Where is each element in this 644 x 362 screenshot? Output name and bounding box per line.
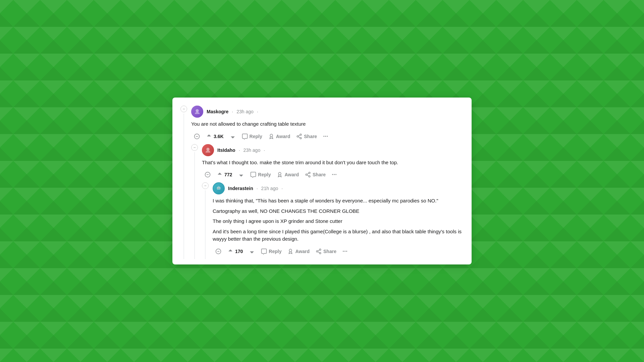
avatar-inderastein-inner	[213, 183, 224, 194]
collapse-icon-1	[194, 133, 200, 139]
svg-point-4	[300, 134, 302, 135]
svg-point-25	[319, 249, 321, 250]
collapse-thread-3[interactable]: −	[202, 182, 209, 259]
timestamp-3: 21h ago	[261, 186, 278, 191]
collapse-btn-1[interactable]: −	[180, 106, 187, 112]
downvote-icon-2	[238, 172, 244, 178]
comment-2-layout: −	[191, 144, 464, 259]
comment-1-header: Maskogre · 23h ago ·	[191, 106, 464, 118]
award-icon-2	[277, 172, 283, 178]
upvote-btn-3[interactable]: 170	[225, 246, 246, 256]
comment-2-actions: 772 Reply Award	[202, 170, 464, 180]
collapse-btn-inline-3[interactable]	[213, 246, 224, 256]
share-btn-1[interactable]: Share	[293, 131, 320, 141]
dot-4: ·	[264, 147, 265, 153]
collapse-btn-inline-2[interactable]	[202, 170, 213, 180]
upvote-btn-2[interactable]: 772	[214, 170, 235, 180]
share-icon-1	[296, 133, 302, 139]
maskogre-icon	[194, 108, 201, 115]
svg-line-7	[299, 137, 300, 138]
vote-count-2: 772	[224, 172, 232, 177]
avatar-maskogre	[191, 106, 203, 118]
dot-2: ·	[257, 109, 258, 114]
comment-top-layout: − Maskogre · 23h ago ·	[180, 106, 464, 259]
comment-3-header: Inderastein · 21h ago ·	[213, 182, 464, 194]
collapse-btn-2[interactable]: −	[191, 144, 198, 151]
comment-3-section: Inderastein · 21h ago · I was thinking t…	[213, 182, 464, 259]
thread-line-3	[205, 190, 206, 259]
svg-point-6	[300, 137, 302, 139]
award-icon-3	[287, 248, 293, 254]
username-maskogre[interactable]: Maskogre	[207, 109, 228, 114]
downvote-icon-1	[230, 133, 236, 139]
inderastein-icon	[215, 185, 222, 192]
svg-line-28	[318, 252, 319, 253]
comment-2-body: That's what I thought too. make the ston…	[202, 159, 464, 167]
downvote-btn-2[interactable]	[235, 170, 247, 180]
comment-3-actions: 170 Reply	[213, 246, 464, 256]
svg-point-5	[297, 136, 299, 137]
share-btn-3[interactable]: Share	[313, 246, 339, 256]
downvote-btn-1[interactable]	[227, 131, 238, 141]
reply-icon-3	[261, 248, 267, 254]
upvote-icon-1	[206, 133, 212, 139]
award-btn-3[interactable]: Award	[285, 246, 312, 256]
svg-point-3	[270, 134, 273, 137]
upvote-icon-3	[227, 248, 233, 254]
svg-line-8	[299, 135, 300, 136]
share-btn-2[interactable]: Share	[302, 170, 328, 180]
svg-point-9	[206, 147, 209, 150]
comment-3-body: I was thinking that, "This has been a st…	[213, 197, 464, 243]
dot-6: ·	[281, 186, 283, 191]
timestamp-1: 23h ago	[236, 109, 254, 114]
svg-line-16	[307, 175, 309, 176]
reply-btn-1[interactable]: Reply	[239, 131, 265, 141]
comment-2-header: ItsIdaho · 23h ago ·	[202, 144, 464, 156]
dot-1: ·	[232, 109, 233, 114]
svg-point-0	[196, 109, 199, 112]
collapse-btn-3[interactable]: −	[202, 182, 209, 189]
more-btn-1[interactable]: ···	[320, 131, 331, 141]
timestamp-2: 23h ago	[244, 147, 261, 153]
vote-count-3: 170	[235, 249, 243, 254]
comment-2-section: ItsIdaho · 23h ago · That's what I thoug…	[202, 144, 464, 259]
share-icon-3	[316, 248, 322, 254]
reply-btn-2[interactable]: Reply	[248, 170, 273, 180]
dot-5: ·	[257, 186, 258, 191]
collapse-thread-1[interactable]: −	[180, 106, 187, 259]
more-btn-2[interactable]: ···	[329, 170, 339, 180]
share-icon-2	[305, 172, 311, 178]
upvote-icon-2	[217, 172, 223, 178]
reply-icon-1	[242, 133, 248, 139]
comment-card: − Maskogre · 23h ago ·	[172, 98, 472, 264]
thread-line-2	[194, 152, 195, 259]
svg-point-12	[279, 173, 281, 175]
collapse-btn-inline-1[interactable]	[191, 131, 203, 141]
svg-point-27	[319, 252, 321, 254]
svg-point-26	[316, 251, 318, 252]
itsidaho-icon	[204, 146, 212, 154]
svg-point-14	[306, 174, 307, 176]
dot-3: ·	[239, 147, 240, 153]
comment-3-level: −	[202, 182, 464, 259]
more-btn-3[interactable]: ···	[340, 246, 350, 256]
downvote-btn-3[interactable]	[246, 246, 258, 256]
collapse-thread-2[interactable]: −	[191, 144, 198, 259]
svg-line-17	[307, 173, 309, 174]
upvote-btn-1[interactable]: 3.6K	[203, 131, 226, 141]
avatar-inderastein	[213, 182, 225, 194]
collapse-icon-3	[215, 248, 221, 254]
avatar-maskogre-inner	[191, 106, 203, 118]
reply-btn-3[interactable]: Reply	[258, 246, 284, 256]
reply-icon-2	[250, 172, 256, 178]
username-itsidaho[interactable]: ItsIdaho	[217, 147, 235, 153]
award-btn-2[interactable]: Award	[274, 170, 302, 180]
username-inderastein[interactable]: Inderastein	[228, 186, 253, 191]
downvote-icon-3	[249, 248, 255, 254]
vote-count-1: 3.6K	[214, 134, 224, 139]
collapse-icon-2	[205, 172, 211, 178]
svg-point-15	[309, 176, 310, 177]
award-btn-1[interactable]: Award	[266, 131, 293, 141]
comment-3-layout: −	[202, 182, 464, 259]
svg-line-29	[318, 250, 319, 251]
